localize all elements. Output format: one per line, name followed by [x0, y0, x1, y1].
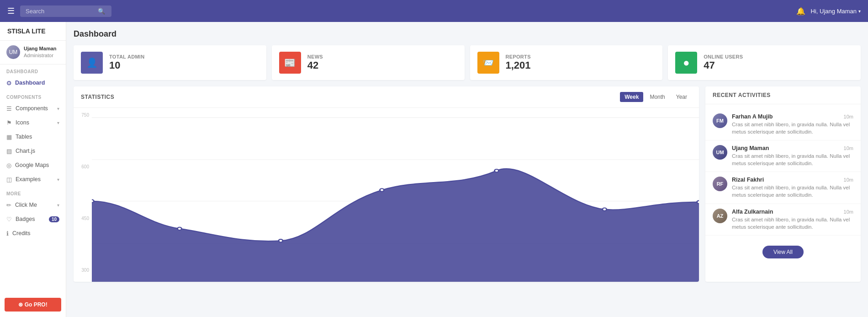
sidebar-item-label-chartjs: Chart.js: [16, 148, 35, 154]
sidebar-item-label-credits: Credits: [12, 230, 31, 236]
sidebar-item-label-components: Components: [16, 105, 48, 112]
stat-card-news: 📰 NEWS 42: [272, 45, 465, 80]
sidebar-user-info: Ujang Maman Administrator: [24, 45, 57, 59]
chart-container: 750 600 450 300: [74, 108, 699, 282]
activity-avatar-0: FM: [713, 113, 727, 128]
main-content: Dashboard 👤 TOTAL ADMIN 10 📰 NEWS 42 📨: [66, 22, 868, 317]
greeting-text: Hi, Ujang Maman: [811, 8, 857, 15]
recent-activities-panel: RECENT ACTIVITIES FM Farhan A Mujib 10m …: [705, 86, 861, 282]
statistics-chart-svg: [92, 108, 699, 282]
sidebar-item-icons[interactable]: ⚑ Icons ▾: [0, 116, 66, 130]
y-label-450: 450: [81, 216, 89, 221]
svg-point-4: [92, 200, 94, 203]
sidebar-user: UM Ujang Maman Administrator: [0, 41, 66, 64]
statistics-panel: STATISTICS Week Month Year 750 600 450 3…: [74, 86, 699, 282]
sidebar-item-label-icons: Icons: [16, 119, 29, 126]
badges-count-badge: 10: [49, 216, 59, 222]
section-label-more: MORE: [0, 187, 66, 198]
activity-text-1: Cras sit amet nibh libero, in gravida nu…: [732, 152, 853, 167]
map-icon: ◎: [6, 162, 11, 169]
svg-point-5: [178, 227, 182, 230]
section-label-dashboard: DASHBOARD: [0, 64, 66, 76]
stat-value-reports: 1,201: [506, 59, 656, 71]
stat-value-total-admin: 10: [109, 59, 259, 71]
svg-point-10: [697, 201, 699, 204]
sidebar-item-label-googlemaps: Google Maps: [15, 162, 49, 168]
tab-week[interactable]: Week: [620, 92, 643, 102]
stat-cards: 👤 TOTAL ADMIN 10 📰 NEWS 42 📨 REPORTS 1,2…: [74, 45, 861, 80]
activity-list: FM Farhan A Mujib 10m Cras sit amet nibh…: [705, 104, 861, 240]
chevron-down-icon-examples: ▾: [57, 177, 59, 182]
gopro-button[interactable]: ⊛ Go PRO!: [5, 298, 61, 312]
avatar: UM: [6, 45, 20, 59]
activity-time-0: 10m: [844, 114, 853, 119]
main-layout: STISLA LITE UM Ujang Maman Administrator…: [0, 22, 868, 317]
activity-item-3: AZ Alfa Zulkarnain 10m Cras sit amet nib…: [705, 204, 861, 236]
sidebar: STISLA LITE UM Ujang Maman Administrator…: [0, 22, 66, 317]
sidebar-item-badges[interactable]: ♡ Badges 10: [0, 212, 66, 226]
hamburger-icon[interactable]: ☰: [7, 6, 15, 16]
svg-point-8: [495, 169, 499, 172]
sidebar-item-tables[interactable]: ▦ Tables: [0, 130, 66, 144]
user-dropdown-caret[interactable]: ▾: [858, 9, 861, 14]
y-label-750: 750: [81, 113, 89, 118]
sidebar-item-googlemaps[interactable]: ◎ Google Maps: [0, 158, 66, 172]
chevron-down-icon-icons: ▾: [57, 120, 59, 125]
page-title: Dashboard: [74, 29, 861, 39]
activity-name-0: Farhan A Mujib: [732, 113, 773, 120]
section-label-components: COMPONENTS: [0, 90, 66, 102]
clickme-icon: ✏: [6, 202, 11, 209]
sidebar-item-label-dashboard: Dashboard: [15, 80, 45, 86]
chevron-down-icon-clickme: ▾: [57, 203, 59, 208]
sidebar-item-dashboard[interactable]: ⊙ Dashboard: [0, 76, 66, 90]
examples-icon: ◫: [6, 176, 12, 183]
svg-point-6: [279, 239, 283, 242]
stat-icon-online-users: ●: [675, 52, 697, 74]
chevron-down-icon: ▾: [57, 106, 59, 111]
dashboard-icon: ⊙: [6, 80, 11, 86]
stat-label-reports: REPORTS: [506, 54, 656, 59]
view-all-wrap: View All: [705, 240, 861, 264]
sidebar-item-label-examples: Examples: [16, 176, 41, 183]
activity-avatar-2: RF: [713, 177, 727, 191]
tab-year[interactable]: Year: [672, 92, 692, 102]
stat-label-total-admin: TOTAL ADMIN: [109, 54, 259, 59]
sidebar-item-examples[interactable]: ◫ Examples ▾: [0, 172, 66, 187]
navbar: ☰ 🔍 🔔 Hi, Ujang Maman ▾: [0, 0, 868, 22]
sidebar-user-role: Administrator: [24, 52, 57, 59]
activity-item-0: FM Farhan A Mujib 10m Cras sit amet nibh…: [705, 109, 861, 140]
stat-value-news: 42: [307, 59, 457, 71]
stat-label-online-users: ONLINE USERS: [704, 54, 853, 59]
stat-icon-news: 📰: [279, 52, 301, 74]
y-label-300: 300: [81, 268, 89, 273]
search-input[interactable]: [26, 8, 94, 15]
badges-icon: ♡: [6, 216, 12, 223]
tables-icon: ▦: [6, 134, 12, 140]
sidebar-item-components[interactable]: ☰ Components ▾: [0, 102, 66, 116]
sidebar-user-name: Ujang Maman: [24, 45, 57, 52]
sidebar-item-label-badges: Badges: [16, 216, 35, 222]
stat-card-online-users: ● ONLINE USERS 47: [668, 45, 861, 80]
tab-month[interactable]: Month: [645, 92, 669, 102]
activity-item-1: UM Ujang Maman 10m Cras sit amet nibh li…: [705, 140, 861, 172]
activity-time-3: 10m: [844, 209, 853, 215]
y-label-600: 600: [81, 164, 89, 169]
sidebar-item-label-clickme: Click Me: [15, 202, 37, 208]
sidebar-item-clickme[interactable]: ✏ Click Me ▾: [0, 198, 66, 212]
navbar-right: 🔔 Hi, Ujang Maman ▾: [796, 7, 861, 16]
components-icon: ☰: [6, 105, 12, 112]
user-greeting: Hi, Ujang Maman ▾: [811, 8, 861, 15]
activity-avatar-1: UM: [713, 145, 727, 160]
credits-icon: ℹ: [6, 230, 9, 237]
sidebar-item-chartjs[interactable]: ▨ Chart.js: [0, 144, 66, 158]
sidebar-item-credits[interactable]: ℹ Credits: [0, 226, 66, 241]
y-axis: 750 600 450 300: [74, 108, 92, 282]
activity-name-1: Ujang Maman: [732, 145, 769, 151]
chart-wrap: 750 600 450 300: [74, 108, 699, 282]
activity-text-3: Cras sit amet nibh libero, in gravida nu…: [732, 216, 853, 231]
activity-item-2: RF Rizal Fakhri 10m Cras sit amet nibh l…: [705, 172, 861, 204]
stats-tabs: Week Month Year: [620, 92, 692, 102]
icons-icon: ⚑: [6, 119, 12, 126]
bell-icon[interactable]: 🔔: [796, 7, 805, 16]
view-all-button[interactable]: View All: [762, 246, 804, 258]
